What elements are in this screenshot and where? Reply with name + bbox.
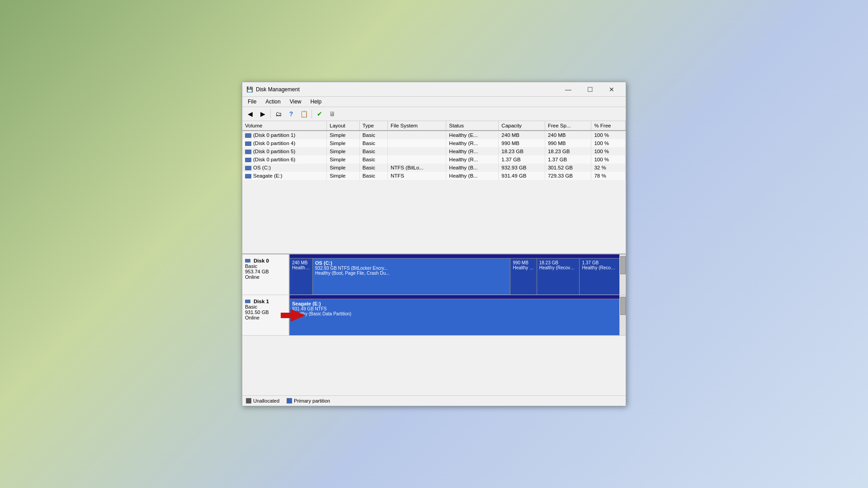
- cell-capacity: 931.49 GB: [499, 172, 545, 180]
- disk-map-section: Disk 0 Basic 953.74 GB Online 240 MB Hea…: [242, 254, 626, 395]
- partition-cell-1-0[interactable]: Seagate (E:) 931.49 GB NTFS Healthy (Bas…: [290, 299, 619, 335]
- cell-type: Basic: [359, 164, 387, 172]
- cell-fs: NTFS (BitLo...: [387, 164, 446, 172]
- cell-type: Basic: [359, 131, 387, 139]
- cell-volume: (Disk 0 partition 4): [242, 139, 327, 147]
- forward-button[interactable]: ▶: [257, 108, 269, 119]
- partition-cell-0-4[interactable]: 1.37 GB Healthy (Recover...: [580, 258, 619, 295]
- part-name: Seagate (E:): [292, 301, 617, 306]
- close-button[interactable]: ✕: [601, 83, 622, 96]
- disk1-arrow-annotation: [281, 307, 306, 324]
- cell-free: 18.23 GB: [545, 147, 591, 155]
- cell-type: Basic: [359, 155, 387, 164]
- part-size: 1.37 GB: [582, 260, 617, 265]
- cell-capacity: 1.37 GB: [499, 155, 545, 164]
- col-freespace: Free Sp...: [545, 121, 591, 131]
- scrollbar-thumb-1[interactable]: [620, 297, 626, 315]
- toolbar-separator-2: [311, 109, 312, 118]
- legend-primary-label: Primary partition: [294, 398, 330, 404]
- cell-status: Healthy (B...: [446, 164, 499, 172]
- table-row[interactable]: Seagate (E:) Simple Basic NTFS Healthy (…: [242, 172, 626, 180]
- table-row[interactable]: OS (C:) Simple Basic NTFS (BitLo... Heal…: [242, 164, 626, 172]
- cell-capacity: 240 MB: [499, 131, 545, 139]
- cell-status: Healthy (R...: [446, 155, 499, 164]
- disk-scrollbar-0[interactable]: [619, 254, 626, 295]
- scrollbar-thumb-0[interactable]: [620, 256, 626, 274]
- cell-volume: (Disk 0 partition 6): [242, 155, 327, 164]
- menu-help[interactable]: Help: [307, 98, 326, 106]
- part-size: 932.93 GB NTFS (BitLocker Encry...: [315, 266, 508, 271]
- menu-file[interactable]: File: [244, 98, 260, 106]
- part-size: 18.23 GB: [539, 260, 577, 265]
- cell-volume: OS (C:): [242, 164, 327, 172]
- disk-scrollbar-1[interactable]: [619, 295, 626, 335]
- disk-status-0: Online: [245, 274, 286, 280]
- disk-status-1: Online: [245, 315, 286, 320]
- maximize-button[interactable]: ☐: [580, 83, 600, 96]
- partitions-row-1: Seagate (E:) 931.49 GB NTFS Healthy (Bas…: [290, 299, 619, 335]
- cell-capacity: 932.93 GB: [499, 164, 545, 172]
- partition-cell-0-2[interactable]: 990 MB Healthy (Recov...: [510, 258, 537, 295]
- cell-pct: 100 %: [591, 155, 626, 164]
- back-button[interactable]: ◀: [244, 108, 256, 119]
- col-volume: Volume: [242, 121, 327, 131]
- cell-layout: Simple: [327, 172, 360, 180]
- table-row[interactable]: (Disk 0 partition 4) Simple Basic Health…: [242, 139, 626, 147]
- main-content: Volume Layout Type File System Status Ca…: [242, 121, 626, 406]
- cell-pct: 32 %: [591, 164, 626, 172]
- part-status: Healthy (Basic Data Partition): [292, 311, 617, 316]
- properties-button[interactable]: 🗂: [273, 108, 284, 119]
- col-pctfree: % Free: [591, 121, 626, 131]
- disk-visual-area-1: Seagate (E:) 931.49 GB NTFS Healthy (Bas…: [290, 295, 619, 335]
- cell-layout: Simple: [327, 164, 360, 172]
- part-status: Healthy (Recovery Parti...: [539, 265, 577, 270]
- cell-volume: (Disk 0 partition 1): [242, 131, 327, 139]
- cancel-button[interactable]: 🖥: [326, 108, 338, 119]
- disk-type-1: Basic: [245, 304, 286, 310]
- legend-primary: Primary partition: [287, 398, 330, 404]
- disk-row-container-0: Disk 0 Basic 953.74 GB Online 240 MB Hea…: [242, 254, 626, 295]
- disk-name-1: Disk 1: [245, 299, 286, 304]
- toolbar: ◀ ▶ 🗂 ? 📋 ✔ 🖥: [242, 107, 626, 121]
- part-size: 990 MB: [513, 260, 534, 265]
- cell-status: Healthy (R...: [446, 139, 499, 147]
- partition-cell-0-0[interactable]: 240 MB Healthy (EF...: [290, 258, 313, 295]
- minimize-button[interactable]: —: [558, 83, 579, 96]
- cell-type: Basic: [359, 172, 387, 180]
- refresh-button[interactable]: 📋: [298, 108, 310, 119]
- table-header-row: Volume Layout Type File System Status Ca…: [242, 121, 626, 131]
- check-button[interactable]: ✔: [314, 108, 326, 119]
- col-status: Status: [446, 121, 499, 131]
- window-icon: 💾: [246, 86, 253, 93]
- part-status: Healthy (Recover...: [582, 265, 617, 270]
- part-status: Healthy (Boot, Page File, Crash Du...: [315, 271, 508, 276]
- table-row[interactable]: (Disk 0 partition 1) Simple Basic Health…: [242, 131, 626, 139]
- table-row[interactable]: (Disk 0 partition 5) Simple Basic Health…: [242, 147, 626, 155]
- col-layout: Layout: [327, 121, 360, 131]
- help-button[interactable]: ?: [285, 108, 297, 119]
- cell-layout: Simple: [327, 155, 360, 164]
- cell-pct: 78 %: [591, 172, 626, 180]
- partition-cell-0-1[interactable]: OS (C:) 932.93 GB NTFS (BitLocker Encry.…: [313, 258, 510, 295]
- col-type: Type: [359, 121, 387, 131]
- menu-view[interactable]: View: [286, 98, 305, 106]
- cell-free: 990 MB: [545, 139, 591, 147]
- legend-primary-box: [287, 398, 292, 404]
- disk-visual-area-0: 240 MB Healthy (EF... OS (C:) 932.93 GB …: [290, 254, 619, 295]
- table-row[interactable]: (Disk 0 partition 6) Simple Basic Health…: [242, 155, 626, 164]
- part-status: Healthy (Recov...: [513, 265, 534, 270]
- cell-fs: [387, 131, 446, 139]
- legend-unallocated-box: [246, 398, 251, 404]
- window-title: Disk Management: [256, 86, 558, 93]
- volume-table-wrapper[interactable]: Volume Layout Type File System Status Ca…: [242, 121, 626, 254]
- window-controls: — ☐ ✕: [558, 83, 622, 96]
- partition-cell-0-3[interactable]: 18.23 GB Healthy (Recovery Parti...: [537, 258, 580, 295]
- cell-status: Healthy (B...: [446, 172, 499, 180]
- cell-layout: Simple: [327, 131, 360, 139]
- disk-name-0: Disk 0: [245, 258, 286, 263]
- cell-free: 729.33 GB: [545, 172, 591, 180]
- menu-bar: File Action View Help: [242, 97, 626, 107]
- cell-capacity: 990 MB: [499, 139, 545, 147]
- menu-action[interactable]: Action: [262, 98, 284, 106]
- cell-status: Healthy (R...: [446, 147, 499, 155]
